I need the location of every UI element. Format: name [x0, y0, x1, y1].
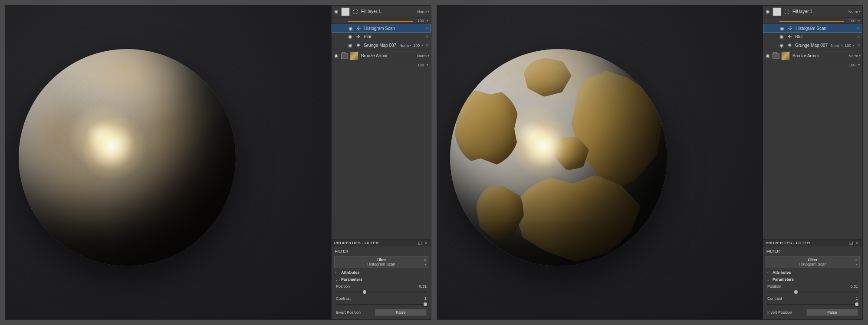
visibility-icon[interactable]: ◉ [333, 9, 339, 15]
chevron-right-icon: › [335, 270, 339, 275]
layer-swatch [341, 7, 350, 16]
contrast-value[interactable]: 1 [856, 296, 858, 301]
visibility-icon[interactable]: ◉ [779, 43, 785, 49]
attributes-group[interactable]: › Attributes [763, 269, 862, 276]
position-value[interactable]: 0.31 [850, 284, 858, 289]
chevron-down-icon: ⌄ [766, 277, 771, 282]
dock-icon[interactable]: ◱ [848, 241, 855, 245]
position-value[interactable]: 0.31 [419, 284, 427, 289]
panel-title: PROPERTIES - FILTER [766, 241, 810, 245]
visibility-icon[interactable]: ◉ [347, 43, 353, 49]
close-icon[interactable]: × [855, 241, 860, 245]
opacity-value[interactable]: 100 [413, 43, 420, 48]
visibility-icon[interactable]: ◉ [348, 25, 354, 31]
remove-effect-button[interactable]: × [856, 26, 860, 31]
chevron-right-icon: › [766, 270, 771, 275]
contrast-value[interactable]: 1 [424, 296, 427, 301]
layer-folder-bronze-armor[interactable]: ◉ Bronze Armor Norm▾ [332, 50, 431, 62]
position-slider[interactable] [763, 290, 862, 295]
blend-mode-dropdown[interactable]: Norm▾ [831, 43, 843, 48]
panel-title: PROPERTIES - FILTER [334, 241, 379, 245]
layers-panel: ◉ ⛶ Fill layer 1 Norm▾ 100▾ ◉ ✣ Histogra… [332, 6, 431, 239]
opacity-slider[interactable]: 100▾ [332, 62, 431, 68]
effect-name: Histogram Scan [363, 26, 423, 31]
remove-effect-button[interactable]: × [425, 34, 429, 39]
filter-icon: ✣ [355, 25, 362, 31]
blend-mode-dropdown[interactable]: Norm▾ [848, 10, 861, 14]
layer-name[interactable]: Fill layer 1 [792, 9, 847, 14]
blend-mode-dropdown[interactable]: Norm▾ [417, 10, 429, 14]
invert-toggle[interactable]: False [375, 309, 427, 316]
slider-thumb[interactable] [855, 302, 858, 306]
blend-mode-dropdown[interactable]: Norm▾ [399, 43, 411, 48]
opacity-slider[interactable]: 100▾ [763, 18, 862, 24]
contrast-slider[interactable] [763, 302, 862, 307]
parameters-group[interactable]: ⌄ Parameters [763, 276, 862, 283]
filter-selector[interactable]: Filter Histogram Scan × ▾ [766, 256, 860, 268]
layer-fill[interactable]: ◉ ⛶ Fill layer 1 Norm▾ [763, 6, 862, 18]
visibility-icon[interactable]: ◉ [347, 34, 353, 40]
clear-filter-icon[interactable]: × [855, 258, 858, 263]
effect-histogram-scan[interactable]: ◉ ✣ Histogram Scan × [332, 24, 431, 33]
effect-name: Grunge Map 007 [363, 43, 398, 48]
slider-thumb[interactable] [794, 290, 798, 294]
remove-effect-button[interactable]: × [425, 43, 429, 48]
effect-name: Grunge Map 007 [794, 43, 829, 48]
visibility-icon[interactable]: ◉ [779, 25, 785, 31]
layer-fill[interactable]: ◉ ⛶ Fill layer 1 Norm▾ [332, 6, 431, 18]
effect-histogram-scan[interactable]: ◉ ✣ Histogram Scan × [763, 24, 862, 33]
layer-swatch [773, 7, 781, 16]
properties-header: PROPERTIES - FILTER ◱ × [763, 240, 862, 246]
effect-blur[interactable]: ◉ ✣ Blur × [332, 33, 431, 41]
opacity-slider[interactable]: 100▾ [332, 18, 431, 24]
layers-panel: ◉ ⛶ Fill layer 1 Norm▾ 100▾ ◉ ✣ Histogra… [763, 6, 862, 239]
effect-name: Blur [363, 34, 423, 39]
remove-effect-button[interactable]: × [424, 26, 429, 31]
effect-name: Histogram Scan [795, 26, 854, 31]
generator-icon: ✹ [355, 43, 361, 49]
close-icon[interactable]: × [423, 241, 428, 245]
layer-swatch [350, 52, 358, 60]
visibility-icon[interactable]: ◉ [765, 53, 771, 59]
effect-grunge-map[interactable]: ◉ ✹ Grunge Map 007 Norm▾ 100▾ × [763, 41, 862, 50]
slider-thumb[interactable] [424, 302, 427, 306]
param-contrast: Contrast 1 [763, 295, 862, 302]
effect-blur[interactable]: ◉ ✣ Blur × [763, 33, 862, 41]
viewport-3d[interactable] [6, 6, 331, 319]
param-contrast: Contrast 1 [332, 295, 431, 302]
opacity-slider[interactable]: 100▾ [763, 62, 862, 68]
invert-toggle[interactable]: False [806, 309, 858, 316]
mask-icon[interactable]: ⛶ [352, 8, 358, 15]
position-slider[interactable] [332, 290, 431, 295]
layer-name[interactable]: Bronze Armor [360, 53, 415, 58]
dock-icon[interactable]: ◱ [417, 241, 423, 245]
parameters-group[interactable]: ⌄ Parameters [332, 276, 431, 283]
folder-icon [341, 53, 348, 59]
visibility-icon[interactable]: ◉ [765, 9, 771, 15]
chevron-down-icon[interactable]: ▾ [424, 263, 426, 266]
effect-name: Blur [794, 34, 855, 39]
filter-selector[interactable]: Filter Histogram Scan × ▾ [334, 256, 428, 268]
blend-mode-dropdown[interactable]: Norm▾ [417, 54, 429, 58]
sidebar: ◉ ⛶ Fill layer 1 Norm▾ 100▾ ◉ ✣ Histogra… [763, 6, 862, 319]
layer-name[interactable]: Fill layer 1 [360, 9, 415, 14]
sidebar: ◉ ⛶ Fill layer 1 Norm▾ 100▾ ◉ ✣ Histogra… [331, 6, 431, 319]
visibility-icon[interactable]: ◉ [333, 53, 339, 59]
layer-folder-bronze-armor[interactable]: ◉ Bronze Armor Norm▾ [763, 50, 862, 62]
specular-highlight [517, 121, 582, 186]
remove-effect-button[interactable]: × [856, 43, 861, 48]
remove-effect-button[interactable]: × [856, 34, 861, 39]
layer-name[interactable]: Bronze Armor [792, 53, 847, 58]
section-filter-label: FILTER [763, 246, 862, 255]
attributes-group[interactable]: › Attributes [332, 269, 431, 276]
contrast-slider[interactable] [332, 302, 431, 307]
visibility-icon[interactable]: ◉ [779, 34, 785, 40]
opacity-value[interactable]: 100 [845, 43, 851, 48]
effect-grunge-map[interactable]: ◉ ✹ Grunge Map 007 Norm▾ 100▾ × [332, 41, 431, 50]
clear-filter-icon[interactable]: × [424, 258, 426, 263]
mask-icon[interactable]: ⛶ [783, 8, 790, 15]
viewport-3d[interactable] [437, 6, 763, 319]
chevron-down-icon[interactable]: ▾ [856, 263, 858, 266]
blend-mode-dropdown[interactable]: Norm▾ [848, 54, 861, 58]
slider-thumb[interactable] [363, 290, 366, 294]
